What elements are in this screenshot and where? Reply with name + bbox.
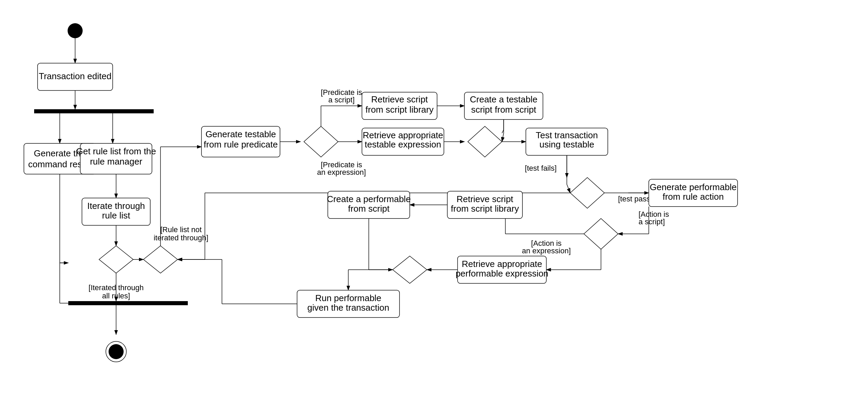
action-script-label2: a script] bbox=[639, 217, 665, 226]
retrieve-script-mid-label1: Retrieve script bbox=[457, 194, 514, 204]
join-bar bbox=[68, 301, 188, 305]
retrieve-testable-label1: Retrieve appropriate bbox=[363, 130, 443, 140]
left-diamond bbox=[99, 246, 133, 273]
generate-testable-label2: from rule predicate bbox=[204, 139, 278, 150]
retrieve-performable-label2: performable expression bbox=[456, 268, 548, 279]
retrieve-testable-label2: testable expression bbox=[365, 139, 441, 150]
create-testable-label1: Create a testable bbox=[470, 94, 537, 104]
retrieve-script-top-label1: Retrieve script bbox=[371, 94, 428, 104]
result-diamond bbox=[570, 178, 604, 208]
performable-merge-diamond bbox=[393, 256, 427, 283]
create-performable-label1: Create a performable bbox=[327, 194, 411, 204]
rule-not-iterated-label1: [Rule list not bbox=[160, 225, 201, 234]
fork-bar bbox=[34, 109, 154, 113]
create-testable-label2: script from script bbox=[471, 104, 536, 115]
get-rule-list-label2: rule manager bbox=[90, 156, 142, 167]
right-diamond-iter bbox=[143, 246, 178, 273]
action-expr-label2: an expression] bbox=[522, 246, 571, 255]
generate-testable-label1: Generate testable bbox=[206, 129, 276, 139]
initial-state bbox=[68, 23, 83, 38]
retrieve-script-top-label2: from script library bbox=[365, 104, 433, 115]
test-fails-label: [test fails] bbox=[525, 164, 557, 172]
run-performable-label2: given the transaction bbox=[307, 302, 389, 313]
get-rule-list-label1: Get rule list from the bbox=[76, 146, 156, 156]
predicate-diamond bbox=[304, 126, 338, 157]
iterate-label1: Iterate through bbox=[87, 201, 145, 211]
arrow-cts-merge bbox=[502, 133, 504, 142]
merge-diamond bbox=[468, 126, 502, 157]
pred-expr-label2: an expression] bbox=[317, 168, 366, 177]
create-performable-label2: from script bbox=[348, 203, 390, 214]
generate-performable-label1: Generate performable bbox=[650, 182, 737, 192]
generate-performable-label2: from rule action bbox=[662, 192, 724, 202]
iterate-label2: rule list bbox=[102, 210, 130, 221]
test-transaction-label1: Test transaction bbox=[536, 130, 598, 140]
pred-script-label2: a script] bbox=[328, 96, 354, 104]
retrieve-script-mid-label2: from script library bbox=[451, 203, 519, 214]
arrow-test-result bbox=[567, 184, 570, 193]
rule-not-iterated-label2: iterated through] bbox=[154, 234, 208, 242]
run-performable-label1: Run performable bbox=[315, 293, 381, 303]
transaction-edited-label: Transaction edited bbox=[39, 71, 112, 81]
retrieve-performable-label1: Retrieve appropriate bbox=[462, 259, 542, 269]
final-state-inner bbox=[109, 344, 124, 359]
action-diamond bbox=[584, 218, 618, 249]
test-transaction-label2: using testable bbox=[540, 139, 594, 150]
